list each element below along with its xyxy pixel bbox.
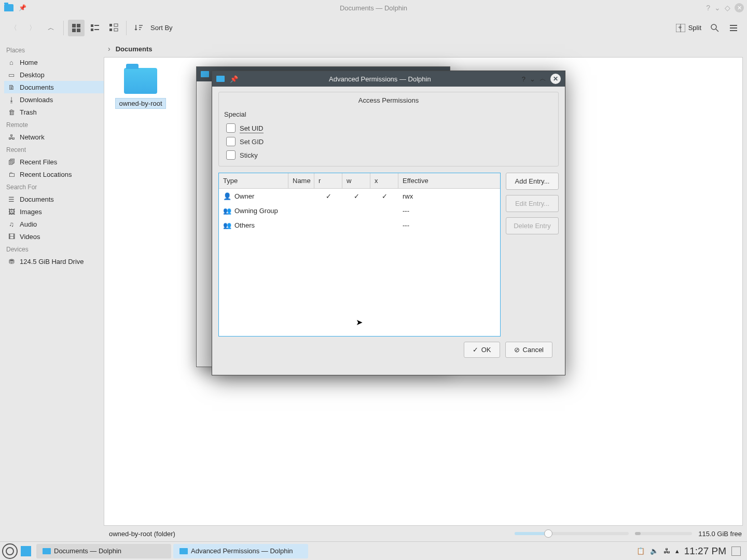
ok-button[interactable]: ✓ OK	[464, 342, 500, 358]
special-label: Special	[219, 108, 558, 121]
edit-entry-button: Edit Entry...	[506, 195, 559, 212]
details-view-button[interactable]	[105, 20, 122, 36]
remote-heading: Remote	[4, 118, 104, 131]
check-icon: ✓	[473, 346, 478, 354]
system-tray: 📋 🔈 🖧 ▴ 11:27 PM	[637, 545, 745, 557]
svg-rect-9	[114, 24, 118, 26]
svg-line-16	[716, 29, 718, 32]
breadcrumb-current[interactable]: Documents	[116, 45, 153, 53]
pin-icon[interactable]: 📌	[19, 4, 26, 11]
sidebar-item-home[interactable]: ⌂Home	[4, 56, 104, 68]
svg-text:+: +	[678, 24, 682, 31]
svg-point-15	[711, 24, 716, 30]
dialog-help-icon[interactable]: ?	[522, 75, 525, 83]
places-sidebar: Places ⌂Home ▭Desktop 🗎Documents ⭳Downlo…	[0, 40, 104, 541]
places-heading: Places	[4, 44, 104, 56]
setgid-row[interactable]: Set GID	[219, 135, 558, 148]
sidebar-search-videos[interactable]: 🎞Videos	[4, 230, 104, 243]
task-permissions[interactable]: Advanced Permissions — Dolphin	[173, 544, 308, 558]
sidebar-item-network[interactable]: 🖧Network	[4, 131, 104, 143]
forward-button[interactable]: 〉	[24, 20, 40, 36]
folder-icon	[179, 548, 188, 554]
status-bar: owned-by-root (folder) 115.0 GiB free	[104, 526, 747, 541]
add-entry-button[interactable]: Add Entry...	[506, 173, 559, 190]
sidebar-search-documents[interactable]: ☰Documents	[4, 193, 104, 205]
compact-view-button[interactable]	[87, 20, 103, 36]
main-toolbar: 〈 〉 ︿ Sort By + Split	[0, 16, 747, 40]
clipboard-icon[interactable]: 📋	[637, 547, 645, 555]
advanced-permissions-dialog: 📌 Advanced Permissions — Dolphin ? ⌄ ︿ ✕…	[212, 71, 565, 375]
menu-icon[interactable]	[725, 20, 742, 36]
cancel-button[interactable]: ⊘ Cancel	[505, 342, 552, 358]
col-name[interactable]: Name	[288, 173, 314, 188]
dialog-app-icon	[201, 71, 209, 77]
clock[interactable]: 11:27 PM	[684, 545, 726, 557]
close-icon[interactable]: ✕	[735, 3, 744, 12]
sidebar-item-documents[interactable]: 🗎Documents	[4, 81, 104, 93]
search-heading: Search For	[4, 180, 104, 193]
icons-view-button[interactable]	[68, 20, 85, 36]
dialog-pin-icon[interactable]: 📌	[230, 75, 238, 83]
peek-desktop-icon[interactable]	[731, 547, 741, 556]
sidebar-item-trash[interactable]: 🗑Trash	[4, 106, 104, 118]
col-x[interactable]: x	[370, 173, 398, 188]
col-r[interactable]: r	[314, 173, 342, 188]
doc-icon: ☰	[7, 195, 16, 203]
up-button[interactable]: ︿	[43, 20, 59, 36]
sidebar-item-recent-files[interactable]: 🗐Recent Files	[4, 156, 104, 168]
sidebar-item-recent-locations[interactable]: 🗀Recent Locations	[4, 168, 104, 180]
app-launcher-icon[interactable]	[2, 543, 18, 559]
sidebar-search-audio[interactable]: ♫Audio	[4, 218, 104, 230]
maximize-icon[interactable]: ◇	[725, 4, 730, 12]
acl-row-others[interactable]: 👥Others ---	[219, 218, 500, 232]
minimize-icon[interactable]: ⌄	[714, 4, 721, 12]
free-space-bar	[635, 532, 692, 535]
volume-icon[interactable]: 🔈	[650, 547, 658, 555]
sort-icon[interactable]	[131, 20, 147, 36]
tray-expand-icon[interactable]: ▴	[675, 547, 679, 555]
svg-rect-6	[91, 29, 93, 31]
network-tray-icon[interactable]: 🖧	[663, 547, 670, 555]
search-icon[interactable]	[707, 20, 723, 36]
app-icon	[4, 4, 13, 11]
folder-icon	[124, 68, 157, 94]
free-space-text: 115.0 GiB free	[698, 530, 742, 538]
sticky-checkbox[interactable]	[226, 150, 236, 160]
recent-files-icon: 🗐	[7, 158, 16, 166]
back-button[interactable]: 〈	[5, 20, 22, 36]
sticky-row[interactable]: Sticky	[219, 148, 558, 166]
col-effective[interactable]: Effective	[398, 173, 500, 188]
col-w[interactable]: w	[342, 173, 370, 188]
task-dolphin[interactable]: Documents — Dolphin	[36, 544, 171, 558]
help-icon[interactable]: ?	[706, 4, 710, 12]
dialog-minimize-icon[interactable]: ⌄	[530, 75, 535, 83]
folder-label[interactable]: owned-by-root	[115, 98, 165, 109]
svg-point-20	[6, 548, 13, 555]
breadcrumb[interactable]: › Documents	[104, 40, 747, 57]
sidebar-item-desktop[interactable]: ▭Desktop	[4, 68, 104, 81]
user-icon: 👤	[223, 192, 231, 200]
sidebar-item-downloads[interactable]: ⭳Downloads	[4, 93, 104, 106]
folder-owned-by-root[interactable]: owned-by-root	[115, 68, 167, 109]
zoom-slider[interactable]	[515, 532, 629, 535]
acl-table[interactable]: Type Name r w x Effective 👤Owner ✓ ✓ ✓ r…	[218, 173, 501, 337]
window-title: Documents — Dolphin	[340, 4, 407, 12]
images-icon: 🖼	[7, 207, 16, 216]
sidebar-search-images[interactable]: 🖼Images	[4, 205, 104, 218]
delete-entry-button: Delete Entry	[506, 217, 559, 234]
dialog-titlebar[interactable]: 📌 Advanced Permissions — Dolphin ? ⌄ ︿ ✕	[212, 71, 565, 87]
dialog-maximize-icon[interactable]: ︿	[540, 74, 546, 83]
sidebar-item-harddrive[interactable]: ⛃124.5 GiB Hard Drive	[4, 255, 104, 268]
show-desktop-button[interactable]	[21, 546, 31, 556]
svg-rect-8	[109, 24, 112, 26]
sort-by-label[interactable]: Sort By	[150, 24, 173, 32]
setuid-row[interactable]: Set UID	[219, 121, 558, 135]
col-type[interactable]: Type	[219, 173, 288, 188]
setuid-checkbox[interactable]	[226, 123, 236, 133]
acl-row-group[interactable]: 👥Owning Group ---	[219, 203, 500, 218]
setgid-checkbox[interactable]	[226, 137, 236, 146]
home-icon: ⌂	[7, 58, 16, 66]
split-button[interactable]: + Split	[672, 22, 706, 34]
acl-row-owner[interactable]: 👤Owner ✓ ✓ ✓ rwx	[219, 189, 500, 203]
dialog-close-icon[interactable]: ✕	[550, 74, 561, 84]
